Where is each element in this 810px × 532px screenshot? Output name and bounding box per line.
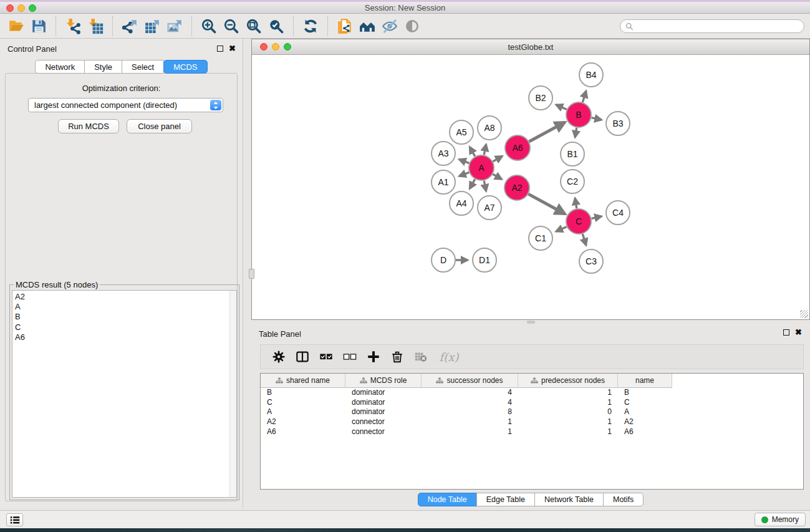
edge-C-C4[interactable] [592,216,602,219]
search-input[interactable] [637,21,799,32]
graph-node-A2[interactable]: A2 [504,175,529,200]
app-titlebar[interactable]: Session: New Session [0,2,810,14]
home-icon[interactable] [358,17,377,36]
table-row[interactable]: Bdominator41B [261,388,803,398]
delete-columns-icon[interactable] [388,347,407,366]
graph-node-D1[interactable]: D1 [473,248,496,272]
window-resize-grip[interactable] [800,310,808,318]
graph-node-C4[interactable]: C4 [606,201,630,225]
tab-network-table[interactable]: Network Table [534,493,604,506]
show-panels-list-button[interactable] [6,513,23,526]
graph-node-B3[interactable]: B3 [606,112,630,135]
level-of-detail-icon[interactable] [403,17,422,36]
clone-network-icon[interactable] [335,17,354,36]
edge-B-B4[interactable] [582,91,586,102]
table-options-icon[interactable] [269,347,288,366]
edge-A2-C[interactable] [528,194,565,214]
edge-C-C3[interactable] [582,234,586,245]
edge-C-C1[interactable] [556,227,567,232]
birdseye-toggle-handle[interactable] [249,269,254,279]
graph-node-B1[interactable]: B1 [561,142,584,166]
memory-button[interactable]: Memory [755,513,806,526]
graph-node-C1[interactable]: C1 [529,226,552,250]
result-scrollbar[interactable] [229,291,236,497]
export-network-icon[interactable] [120,17,139,36]
result-list-item[interactable]: A [15,302,236,312]
edge-C-C2[interactable] [575,198,577,209]
function-builder-icon[interactable]: f(x) [435,347,463,366]
tab-node-table[interactable]: Node Table [418,493,477,506]
export-image-icon[interactable] [165,17,184,36]
float-table-panel-icon[interactable] [783,329,789,336]
graph-node-A8[interactable]: A8 [478,116,501,140]
tab-mcds[interactable]: MCDS [163,60,207,74]
optimization-select[interactable]: largest connected component (directed) [28,98,223,112]
tab-network[interactable]: Network [35,60,85,74]
tab-motifs[interactable]: Motifs [603,493,644,506]
graph-node-A7[interactable]: A7 [478,196,501,220]
tab-select[interactable]: Select [122,60,164,74]
open-session-icon[interactable] [7,17,26,36]
zoom-fit-content-icon[interactable] [244,17,263,36]
column-header-predecessor-nodes[interactable]: predecessor nodes [518,374,618,388]
graph-node-A5[interactable]: A5 [450,120,473,144]
result-list-item[interactable]: A6 [15,332,236,342]
edge-A-A4[interactable] [470,179,475,188]
graph-node-A6[interactable]: A6 [505,135,530,160]
mcds-result-list[interactable]: A2ABCA6 [12,290,237,498]
table-row[interactable]: Adominator80A [261,407,803,417]
close-table-panel-icon[interactable]: ✖ [795,329,802,336]
save-session-icon[interactable] [29,17,48,36]
node-table[interactable]: shared nameMCDS rolesuccessor nodesprede… [260,373,804,490]
result-list-item[interactable]: B [15,312,236,322]
hide-birdseye-icon[interactable] [380,17,399,36]
edge-B-B3[interactable] [592,118,602,120]
edge-A-A8[interactable] [484,145,486,155]
edge-A-A2[interactable] [493,174,501,179]
search-box[interactable] [620,19,804,33]
graph-node-A4[interactable]: A4 [450,191,473,215]
column-header-shared-name[interactable]: shared name [261,374,345,388]
edge-A-A3[interactable] [459,160,469,163]
edge-A-A1[interactable] [459,172,469,176]
deselect-all-icon[interactable] [340,347,359,366]
tab-style[interactable]: Style [84,60,122,74]
new-column-icon[interactable] [364,347,383,366]
graph-node-C3[interactable]: C3 [579,249,603,273]
import-network-icon[interactable] [64,17,82,36]
zoom-selected-icon[interactable] [267,17,286,36]
graph-node-C[interactable]: C [566,209,591,234]
import-table-icon[interactable] [86,17,105,36]
graph-node-B4[interactable]: B4 [579,63,603,87]
edge-A-A6[interactable] [493,157,502,162]
delete-table-icon[interactable] [412,347,430,366]
export-table-icon[interactable] [143,17,162,36]
graph-node-A3[interactable]: A3 [432,142,455,165]
edge-A-A7[interactable] [484,181,486,191]
graph-node-C2[interactable]: C2 [561,170,584,193]
zoom-in-icon[interactable] [200,17,218,36]
show-columns-icon[interactable] [293,347,312,366]
column-header-mcds-role[interactable]: MCDS role [345,374,422,388]
graph-node-B2[interactable]: B2 [529,86,552,110]
network-canvas[interactable]: AA1A2A3A4A5A6A7A8BB1B2B3B4CC1C2C3C4DD1 [252,55,809,319]
edge-B-B2[interactable] [556,105,567,110]
table-row[interactable]: A6connector11A6 [261,427,803,437]
graph-node-A1[interactable]: A1 [432,170,455,194]
network-graph[interactable]: AA1A2A3A4A5A6A7A8BB1B2B3B4CC1C2C3C4DD1 [252,55,809,319]
network-window-titlebar[interactable]: testGlobe.txt [252,39,809,55]
close-panel-icon[interactable]: ✖ [229,45,236,52]
result-list-item[interactable]: A2 [15,292,236,302]
zoom-out-icon[interactable] [222,17,241,36]
close-panel-button[interactable]: Close panel [127,119,192,133]
edge-B-B1[interactable] [575,128,577,138]
graph-node-B[interactable]: B [566,102,591,127]
edge-A6-B[interactable] [529,122,566,142]
result-list-item[interactable]: C [15,322,236,332]
tab-edge-table[interactable]: Edge Table [476,493,535,506]
run-mcds-button[interactable]: Run MCDS [58,119,119,133]
column-header-name[interactable]: name [618,374,672,388]
float-panel-icon[interactable] [217,46,223,52]
column-header-successor-nodes[interactable]: successor nodes [422,374,518,388]
graph-node-A[interactable]: A [469,155,494,180]
